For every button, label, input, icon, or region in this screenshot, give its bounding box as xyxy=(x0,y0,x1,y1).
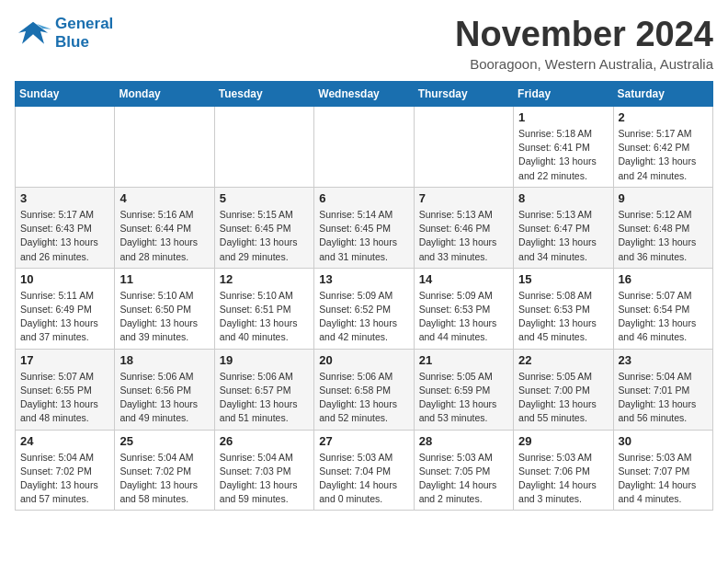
day-number: 26 xyxy=(220,434,309,448)
day-info: Sunrise: 5:15 AMSunset: 6:45 PMDaylight:… xyxy=(220,208,309,264)
day-info: Sunrise: 5:03 AMSunset: 7:07 PMDaylight:… xyxy=(619,451,708,507)
day-number: 11 xyxy=(119,272,209,286)
day-number: 29 xyxy=(518,434,608,448)
table-row: 19Sunrise: 5:06 AMSunset: 6:57 PMDayligh… xyxy=(214,349,313,430)
day-info: Sunrise: 5:11 AMSunset: 6:49 PMDaylight:… xyxy=(20,289,109,345)
header-thursday: Thursday xyxy=(414,82,513,107)
table-row: 14Sunrise: 5:09 AMSunset: 6:53 PMDayligh… xyxy=(414,268,513,349)
day-number: 21 xyxy=(419,353,508,367)
day-info: Sunrise: 5:06 AMSunset: 6:57 PMDaylight:… xyxy=(220,370,309,426)
table-row: 3Sunrise: 5:17 AMSunset: 6:43 PMDaylight… xyxy=(16,187,115,268)
day-info: Sunrise: 5:06 AMSunset: 6:58 PMDaylight:… xyxy=(319,370,408,426)
table-row: 5Sunrise: 5:15 AMSunset: 6:45 PMDaylight… xyxy=(214,187,313,268)
header-sunday: Sunday xyxy=(16,82,115,107)
day-number: 25 xyxy=(119,434,209,448)
calendar-week-1: 1Sunrise: 5:18 AMSunset: 6:41 PMDaylight… xyxy=(16,107,713,188)
table-row: 20Sunrise: 5:06 AMSunset: 6:58 PMDayligh… xyxy=(314,349,414,430)
day-info: Sunrise: 5:07 AMSunset: 6:55 PMDaylight:… xyxy=(20,370,109,426)
table-row: 16Sunrise: 5:07 AMSunset: 6:54 PMDayligh… xyxy=(613,268,712,349)
title-area: November 2024 Booragoon, Western Austral… xyxy=(455,15,713,72)
day-info: Sunrise: 5:03 AMSunset: 7:05 PMDaylight:… xyxy=(419,451,508,507)
day-number: 23 xyxy=(619,353,708,367)
header-wednesday: Wednesday xyxy=(314,82,414,107)
table-row xyxy=(16,107,115,188)
day-info: Sunrise: 5:09 AMSunset: 6:53 PMDaylight:… xyxy=(419,289,508,345)
table-row: 24Sunrise: 5:04 AMSunset: 7:02 PMDayligh… xyxy=(16,430,115,511)
day-info: Sunrise: 5:14 AMSunset: 6:45 PMDaylight:… xyxy=(319,208,408,264)
day-number: 14 xyxy=(419,272,508,286)
table-row: 15Sunrise: 5:08 AMSunset: 6:53 PMDayligh… xyxy=(514,268,613,349)
day-info: Sunrise: 5:17 AMSunset: 6:42 PMDaylight:… xyxy=(619,127,708,183)
table-row: 23Sunrise: 5:04 AMSunset: 7:01 PMDayligh… xyxy=(613,349,712,430)
table-row: 4Sunrise: 5:16 AMSunset: 6:44 PMDaylight… xyxy=(115,187,214,268)
table-row: 10Sunrise: 5:11 AMSunset: 6:49 PMDayligh… xyxy=(16,268,115,349)
calendar-week-5: 24Sunrise: 5:04 AMSunset: 7:02 PMDayligh… xyxy=(16,430,713,511)
day-info: Sunrise: 5:10 AMSunset: 6:51 PMDaylight:… xyxy=(220,289,309,345)
day-number: 27 xyxy=(319,434,408,448)
header-monday: Monday xyxy=(115,82,214,107)
header-tuesday: Tuesday xyxy=(214,82,313,107)
header-saturday: Saturday xyxy=(613,82,712,107)
logo-text: General Blue xyxy=(55,15,113,52)
logo: General Blue xyxy=(15,15,113,52)
table-row: 29Sunrise: 5:03 AMSunset: 7:06 PMDayligh… xyxy=(514,430,613,511)
table-row: 28Sunrise: 5:03 AMSunset: 7:05 PMDayligh… xyxy=(414,430,513,511)
logo-icon xyxy=(15,17,51,50)
table-row xyxy=(214,107,313,188)
day-number: 3 xyxy=(20,191,109,205)
table-row: 11Sunrise: 5:10 AMSunset: 6:50 PMDayligh… xyxy=(115,268,214,349)
day-number: 15 xyxy=(518,272,608,286)
day-number: 16 xyxy=(619,272,708,286)
table-row: 25Sunrise: 5:04 AMSunset: 7:02 PMDayligh… xyxy=(115,430,214,511)
table-row: 12Sunrise: 5:10 AMSunset: 6:51 PMDayligh… xyxy=(214,268,313,349)
day-number: 4 xyxy=(119,191,209,205)
day-info: Sunrise: 5:04 AMSunset: 7:02 PMDaylight:… xyxy=(20,451,109,507)
day-number: 19 xyxy=(220,353,309,367)
day-number: 9 xyxy=(619,191,708,205)
day-info: Sunrise: 5:13 AMSunset: 6:46 PMDaylight:… xyxy=(419,208,508,264)
day-number: 17 xyxy=(20,353,109,367)
table-row: 26Sunrise: 5:04 AMSunset: 7:03 PMDayligh… xyxy=(214,430,313,511)
day-info: Sunrise: 5:08 AMSunset: 6:53 PMDaylight:… xyxy=(518,289,608,345)
table-row: 9Sunrise: 5:12 AMSunset: 6:48 PMDaylight… xyxy=(613,187,712,268)
calendar-week-4: 17Sunrise: 5:07 AMSunset: 6:55 PMDayligh… xyxy=(16,349,713,430)
month-title: November 2024 xyxy=(455,15,713,54)
table-row: 30Sunrise: 5:03 AMSunset: 7:07 PMDayligh… xyxy=(613,430,712,511)
table-row xyxy=(115,107,214,188)
day-info: Sunrise: 5:09 AMSunset: 6:52 PMDaylight:… xyxy=(319,289,408,345)
table-row: 21Sunrise: 5:05 AMSunset: 6:59 PMDayligh… xyxy=(414,349,513,430)
table-row: 13Sunrise: 5:09 AMSunset: 6:52 PMDayligh… xyxy=(314,268,414,349)
day-number: 22 xyxy=(518,353,608,367)
table-row xyxy=(314,107,414,188)
day-number: 7 xyxy=(419,191,508,205)
table-row: 17Sunrise: 5:07 AMSunset: 6:55 PMDayligh… xyxy=(16,349,115,430)
day-info: Sunrise: 5:18 AMSunset: 6:41 PMDaylight:… xyxy=(518,127,608,183)
calendar-header-row: Sunday Monday Tuesday Wednesday Thursday… xyxy=(16,82,713,107)
day-info: Sunrise: 5:17 AMSunset: 6:43 PMDaylight:… xyxy=(20,208,109,264)
day-info: Sunrise: 5:04 AMSunset: 7:01 PMDaylight:… xyxy=(619,370,708,426)
day-number: 10 xyxy=(20,272,109,286)
table-row: 2Sunrise: 5:17 AMSunset: 6:42 PMDaylight… xyxy=(613,107,712,188)
day-number: 2 xyxy=(619,110,708,124)
table-row xyxy=(414,107,513,188)
table-row: 1Sunrise: 5:18 AMSunset: 6:41 PMDaylight… xyxy=(514,107,613,188)
svg-marker-0 xyxy=(18,22,48,44)
day-number: 1 xyxy=(518,110,608,124)
header-friday: Friday xyxy=(514,82,613,107)
day-info: Sunrise: 5:05 AMSunset: 6:59 PMDaylight:… xyxy=(419,370,508,426)
table-row: 22Sunrise: 5:05 AMSunset: 7:00 PMDayligh… xyxy=(514,349,613,430)
day-number: 30 xyxy=(619,434,708,448)
day-info: Sunrise: 5:13 AMSunset: 6:47 PMDaylight:… xyxy=(518,208,608,264)
day-number: 18 xyxy=(119,353,209,367)
table-row: 18Sunrise: 5:06 AMSunset: 6:56 PMDayligh… xyxy=(115,349,214,430)
day-info: Sunrise: 5:05 AMSunset: 7:00 PMDaylight:… xyxy=(518,370,608,426)
day-info: Sunrise: 5:10 AMSunset: 6:50 PMDaylight:… xyxy=(119,289,209,345)
day-number: 13 xyxy=(319,272,408,286)
day-number: 28 xyxy=(419,434,508,448)
table-row: 27Sunrise: 5:03 AMSunset: 7:04 PMDayligh… xyxy=(314,430,414,511)
table-row: 6Sunrise: 5:14 AMSunset: 6:45 PMDaylight… xyxy=(314,187,414,268)
day-info: Sunrise: 5:16 AMSunset: 6:44 PMDaylight:… xyxy=(119,208,209,264)
day-info: Sunrise: 5:07 AMSunset: 6:54 PMDaylight:… xyxy=(619,289,708,345)
calendar-week-3: 10Sunrise: 5:11 AMSunset: 6:49 PMDayligh… xyxy=(16,268,713,349)
day-info: Sunrise: 5:03 AMSunset: 7:04 PMDaylight:… xyxy=(319,451,408,507)
